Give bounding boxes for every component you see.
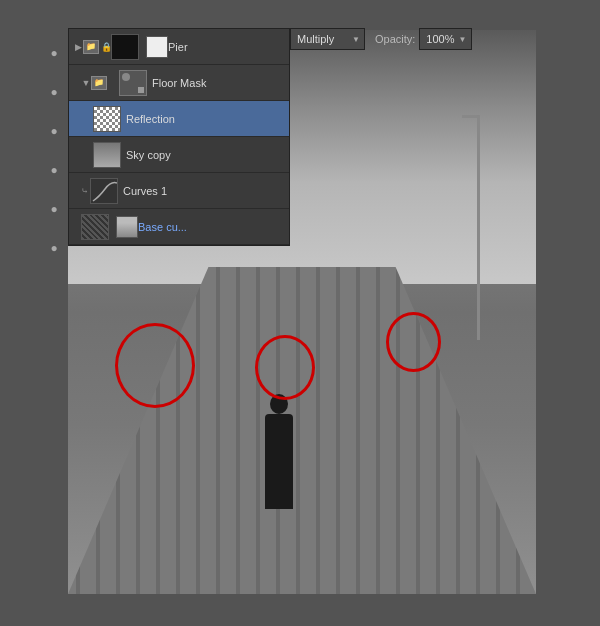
curves-thumb-img (91, 179, 117, 203)
layer-floor-mask[interactable]: ▼ 📁 Floor Mask (69, 65, 289, 101)
pier-folder-icon: 📁 (83, 40, 99, 54)
basecu-visibility-eye[interactable]: ● (44, 238, 64, 258)
reflection-layer-name: Reflection (126, 113, 285, 125)
curves-visibility-eye[interactable]: ● (44, 199, 64, 219)
skycopy-eye-row: ● (0, 152, 68, 188)
floormask-lock-icon (109, 77, 119, 89)
pier-floor (68, 267, 536, 594)
opacity-arrow: ▼ (459, 35, 467, 44)
layer-pier[interactable]: ▶ 📁 🔒 Pier (69, 29, 289, 65)
floormask-folder-icon: 📁 (91, 76, 107, 90)
floormask-eye-row: ● (0, 74, 68, 110)
basecu-thumbnail (81, 214, 109, 240)
highlight-circle-left (115, 323, 195, 408)
pier-lock-icon: 🔒 (101, 41, 111, 53)
layer-base-cu[interactable]: Base cu... (69, 209, 289, 245)
curves-layer-name: Curves 1 (123, 185, 285, 197)
lamp-post (477, 115, 480, 341)
floormask-expand-icon[interactable]: ▼ (81, 78, 91, 88)
basecu-layer-name: Base cu... (138, 221, 285, 233)
left-panel: ● ● ● ● ● ● (0, 30, 68, 266)
layers-panel: ▶ 📁 🔒 Pier ▼ 📁 Floor Mask Reflection Sky… (68, 28, 290, 246)
blend-mode-value: Multiply (297, 33, 334, 45)
opacity-label: Opacity: (375, 33, 415, 45)
main-figure (265, 414, 293, 509)
blend-mode-arrow: ▼ (352, 35, 360, 44)
curves-link-icon: ⤷ (81, 186, 89, 196)
pier-thumbnail (111, 34, 139, 60)
pier-layer-name: Pier (168, 41, 285, 53)
layer-reflection[interactable]: Reflection (69, 101, 289, 137)
skycopy-thumb-img (94, 143, 120, 167)
curves-thumbnail (90, 178, 118, 204)
skycopy-layer-name: Sky copy (126, 149, 285, 161)
basecu-eye-row: ● (0, 230, 68, 266)
pier-expand-icon[interactable]: ▶ (73, 42, 83, 52)
reflection-eye-row: ● (0, 113, 68, 149)
pier-eye-row: ● (0, 35, 68, 71)
opacity-value-text: 100% (426, 33, 454, 45)
reflection-thumb-img (94, 107, 120, 131)
opacity-select[interactable]: 100% ▼ (419, 28, 471, 50)
pier-visibility-eye[interactable]: ● (44, 43, 64, 63)
reflection-thumbnail (93, 106, 121, 132)
basecu-link[interactable]: Base cu... (138, 221, 187, 233)
basecu-thumb-img (82, 215, 108, 239)
floormask-thumbnail (119, 70, 147, 96)
floormask-visibility-eye[interactable]: ● (44, 82, 64, 102)
reflection-visibility-eye[interactable]: ● (44, 121, 64, 141)
basecu-mask-thumbnail (116, 216, 138, 238)
floormask-layer-name: Floor Mask (152, 77, 285, 89)
skycopy-visibility-eye[interactable]: ● (44, 160, 64, 180)
pier-mask-thumbnail (146, 36, 168, 58)
layer-curves[interactable]: ⤷ Curves 1 (69, 173, 289, 209)
skycopy-thumbnail (93, 142, 121, 168)
layer-sky-copy[interactable]: Sky copy (69, 137, 289, 173)
highlight-circle-mid (255, 335, 315, 400)
curves-eye-row: ● (0, 191, 68, 227)
blend-mode-select[interactable]: Multiply ▼ (290, 28, 365, 50)
pier-thumb-img (112, 35, 138, 59)
top-bar: Multiply ▼ Opacity: 100% ▼ (290, 28, 472, 50)
highlight-circle-right (386, 312, 441, 372)
